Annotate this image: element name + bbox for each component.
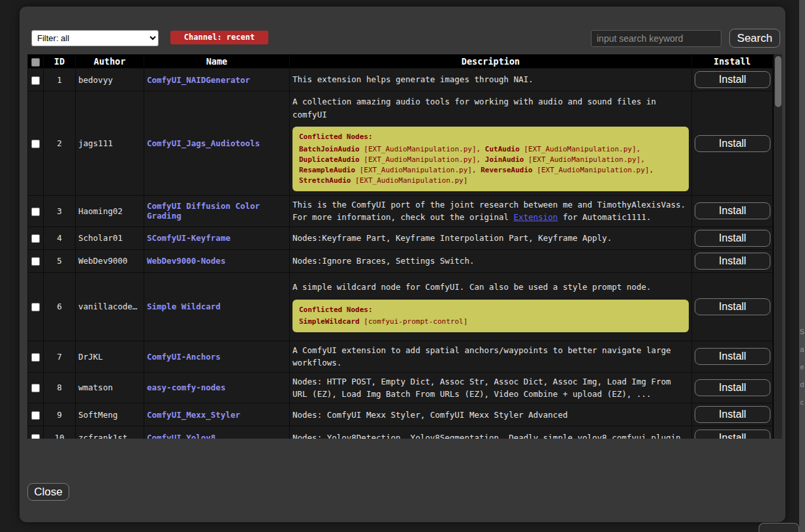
row-author-cell: DrJKL <box>76 341 144 372</box>
header-author: Author <box>76 55 144 69</box>
table-row: 7DrJKLComfyUI-AnchorsA ComfyUI extension… <box>28 341 773 372</box>
table-row: 8wmatsoneasy-comfy-nodesNodes: HTTP POST… <box>28 372 773 403</box>
conflicted-nodes-box: Conflicted Nodes:BatchJoinAudio [EXT_Aud… <box>292 127 689 191</box>
page-scrollbar[interactable]: Saedc <box>799 0 805 532</box>
filter-dropdown[interactable]: Filter: all <box>31 30 159 46</box>
row-select-cell <box>28 196 44 227</box>
node-name-link[interactable]: easy-comfy-nodes <box>147 383 225 392</box>
row-author-cell: Haoming02 <box>76 196 144 227</box>
row-name-cell: ComfyUI_NAIDGenerator <box>144 69 290 91</box>
table-row: 6vanillacode…Simple WildcardA simple wil… <box>28 272 773 341</box>
row-name-cell: WebDev9000-Nodes <box>144 249 290 272</box>
row-checkbox[interactable] <box>31 76 40 85</box>
row-checkbox[interactable] <box>31 434 40 439</box>
clipped-edge-text: a <box>799 345 805 353</box>
row-description-cell: This extension helps generate images thr… <box>290 69 692 91</box>
header-install: Install <box>692 55 773 69</box>
install-button[interactable]: Install <box>695 253 770 270</box>
row-install-cell: Install <box>692 372 773 403</box>
row-checkbox[interactable] <box>31 353 40 362</box>
description-text: Nodes: Yolov8Detection, Yolov8Segmentati… <box>292 431 689 439</box>
install-button[interactable]: Install <box>695 430 770 439</box>
row-description-cell: Nodes: HTTP POST, Empty Dict, Assoc Str,… <box>290 372 692 403</box>
table-scrollbar-thumb[interactable] <box>775 56 781 107</box>
row-name-cell: SComfyUI-Keyframe <box>144 227 290 249</box>
install-button[interactable]: Install <box>695 406 770 423</box>
row-author-cell: bedovyy <box>76 69 144 91</box>
row-id-cell: 9 <box>44 403 76 426</box>
row-checkbox[interactable] <box>31 303 40 311</box>
select-all-checkbox[interactable] <box>31 58 40 67</box>
table-scrollbar[interactable] <box>773 54 782 439</box>
row-id-cell: 3 <box>44 196 76 227</box>
row-select-cell <box>28 227 44 249</box>
table-row: 4Scholar01SComfyUI-KeyframeNodes:Keyfram… <box>28 227 773 249</box>
row-checkbox[interactable] <box>31 384 40 392</box>
install-button[interactable]: Install <box>695 379 770 396</box>
table-header-row: ID Author Name Description Install <box>28 55 773 69</box>
row-author-cell: jags111 <box>76 91 144 196</box>
clipped-corner-button <box>759 523 799 532</box>
row-id-cell: 1 <box>44 69 76 91</box>
row-checkbox[interactable] <box>31 234 40 243</box>
node-name-link[interactable]: ComfyUI_NAIDGenerator <box>147 75 250 85</box>
node-name-link[interactable]: ComfyUI_Mexx_Styler <box>147 410 240 420</box>
custom-nodes-table-container: ID Author Name Description Install 1bedo… <box>27 54 782 439</box>
row-description-cell: A simple wildcard node for ComfyUI. Can … <box>290 272 692 341</box>
search-input[interactable] <box>591 30 721 47</box>
row-install-cell: Install <box>692 91 773 196</box>
node-name-link[interactable]: ComfyUI-Anchors <box>147 352 221 362</box>
install-button[interactable]: Install <box>695 71 770 88</box>
channel-badge[interactable]: Channel: recent <box>170 31 268 44</box>
description-text: Nodes:Keyframe Part, Keyframe Interpolat… <box>292 232 689 244</box>
row-author-cell: zcfrank1st <box>76 426 144 439</box>
row-checkbox[interactable] <box>31 208 40 216</box>
row-name-cell: ComfyUI_Mexx_Styler <box>144 403 290 426</box>
description-text: Nodes: ComfyUI Mexx Styler, ComfyUI Mexx… <box>292 409 689 421</box>
row-install-cell: Install <box>692 272 773 341</box>
row-id-cell: 8 <box>44 372 76 403</box>
search-button[interactable]: Search <box>729 29 780 48</box>
row-checkbox[interactable] <box>31 140 40 148</box>
install-button[interactable]: Install <box>695 348 770 365</box>
node-name-link[interactable]: WebDev9000-Nodes <box>147 256 225 266</box>
row-id-cell: 7 <box>44 341 76 372</box>
description-text: This extension helps generate images thr… <box>292 73 689 86</box>
row-description-cell: A ComfyUI extension to add spatial ancho… <box>290 341 692 372</box>
install-button[interactable]: Install <box>695 298 770 315</box>
row-select-cell <box>28 91 44 196</box>
row-checkbox[interactable] <box>31 257 40 266</box>
clipped-edge-text: S <box>799 328 805 336</box>
table-body: 1bedovyyComfyUI_NAIDGeneratorThis extens… <box>28 69 773 439</box>
table-row: 3Haoming02ComfyUI Diffusion Color Gradin… <box>28 196 773 227</box>
node-name-link[interactable]: SComfyUI-Keyframe <box>147 233 230 243</box>
node-name-link[interactable]: ComfyUI_Jags_Audiotools <box>147 138 260 148</box>
row-id-cell: 2 <box>44 91 76 196</box>
description-link[interactable]: Extension <box>514 212 558 222</box>
install-button[interactable]: Install <box>695 230 770 247</box>
row-select-cell <box>28 69 44 91</box>
install-button[interactable]: Install <box>695 135 770 152</box>
row-checkbox[interactable] <box>31 411 40 420</box>
row-name-cell: ComfyUI_Jags_Audiotools <box>144 91 290 196</box>
conflicted-nodes-list: SimpleWildcard [comfyui-prompt-control] <box>299 317 682 327</box>
install-button[interactable]: Install <box>695 202 770 219</box>
table-row: 2jags111ComfyUI_Jags_AudiotoolsA collect… <box>28 91 773 196</box>
header-description: Description <box>290 55 692 69</box>
row-id-cell: 5 <box>44 249 76 272</box>
node-name-link[interactable]: ComfyUI Yolov8 <box>147 433 215 439</box>
description-text: A ComfyUI extension to add spatial ancho… <box>292 344 689 369</box>
conflicted-nodes-title: Conflicted Nodes: <box>299 132 682 142</box>
header-select <box>28 55 44 69</box>
node-name-link[interactable]: Simple Wildcard <box>147 302 221 311</box>
conflicted-nodes-list: BatchJoinAudio [EXT_AudioManipulation.py… <box>299 144 682 186</box>
node-name-link[interactable]: ComfyUI Diffusion Color Grading <box>147 201 260 221</box>
row-install-cell: Install <box>692 227 773 249</box>
row-id-cell: 6 <box>44 272 76 341</box>
row-author-cell: WebDev9000 <box>76 249 144 272</box>
conflicted-nodes-box: Conflicted Nodes:SimpleWildcard [comfyui… <box>292 300 689 333</box>
close-button[interactable]: Close <box>27 483 69 501</box>
description-text: Nodes:Ignore Braces, Settings Switch. <box>292 255 689 267</box>
row-description-cell: Nodes:Ignore Braces, Settings Switch. <box>290 249 692 272</box>
description-text: This is the ComfyUI port of the joint re… <box>292 198 689 224</box>
